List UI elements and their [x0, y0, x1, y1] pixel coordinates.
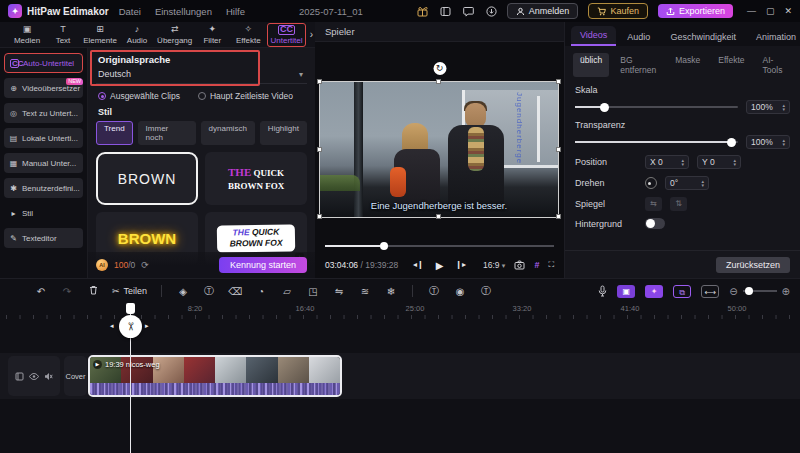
- subtab-ai-tools[interactable]: AI-Tools: [756, 53, 792, 77]
- playhead-handle[interactable]: [126, 303, 135, 314]
- stepper-icon[interactable]: ▴▾: [681, 158, 684, 166]
- link-clips-icon[interactable]: ⧉: [673, 285, 691, 298]
- next-frame-button[interactable]: ❙▸: [455, 260, 466, 271]
- tab-animation[interactable]: Animation: [747, 28, 800, 46]
- timeline-ruler[interactable]: 8:20 16:40 25:00 33:20 41:40 50:00: [0, 303, 800, 319]
- tab-elemente[interactable]: ⊞Elemente: [82, 24, 118, 46]
- scale-value-input[interactable]: 100%▴▾: [746, 100, 790, 114]
- pip-tool-icon[interactable]: ◳: [300, 286, 326, 297]
- stepper-icon[interactable]: ▴▾: [733, 158, 736, 166]
- freeze-frame-icon[interactable]: ❄: [378, 286, 404, 297]
- subtab-ueblich[interactable]: üblich: [573, 53, 609, 77]
- stepper-icon[interactable]: ▴▾: [701, 179, 704, 187]
- player-progress-slider[interactable]: [325, 245, 554, 247]
- add-subtitle-icon[interactable]: Ⓣ: [473, 284, 499, 298]
- zoom-in-icon[interactable]: ⊕: [782, 286, 790, 297]
- flip-horizontal-icon[interactable]: ⇆: [645, 197, 662, 211]
- sidebar-item-text-zu-untertitel[interactable]: ◎Text zu Untert...: [4, 103, 83, 123]
- sidebar-item-lokale-untertitel[interactable]: ▤Lokale Unterti...: [4, 128, 83, 148]
- sidebar-item-stil[interactable]: ▸Stil: [4, 203, 83, 223]
- opacity-value-input[interactable]: 100%▴▾: [746, 135, 790, 149]
- tab-effekte[interactable]: ✧Effekte: [231, 24, 265, 46]
- opacity-slider[interactable]: [575, 141, 738, 143]
- close-button[interactable]: ✕: [784, 6, 792, 16]
- nav-more-chevron-icon[interactable]: ›: [310, 29, 313, 40]
- selection-handle[interactable]: [436, 79, 441, 84]
- menu-datei[interactable]: Datei: [119, 6, 141, 17]
- minimize-button[interactable]: —: [747, 6, 756, 16]
- prev-frame-button[interactable]: ◂❙: [413, 260, 424, 271]
- tab-filter[interactable]: ✦Filter: [195, 24, 229, 46]
- reset-button[interactable]: Zurücksetzen: [716, 257, 790, 273]
- playhead-left-arrow-icon[interactable]: ◂: [110, 322, 114, 330]
- scale-slider-thumb[interactable]: [600, 103, 609, 112]
- tab-geschwindigkeit[interactable]: Geschwindigkeit: [661, 28, 745, 46]
- tab-videos[interactable]: Videos: [571, 26, 616, 46]
- stepper-icon[interactable]: ▴▾: [782, 103, 785, 111]
- video-clip[interactable]: ▶ 19:39 nicos-weg: [88, 355, 342, 397]
- feedback-icon[interactable]: [463, 6, 474, 17]
- selection-handle[interactable]: [556, 214, 561, 219]
- auto-beat-icon[interactable]: ✦: [645, 285, 663, 298]
- tab-untertitel[interactable]: CCUntertitel: [267, 23, 305, 47]
- playhead-split-button[interactable]: ✂: [119, 315, 142, 338]
- menu-einstellungen[interactable]: Einstellungen: [155, 6, 212, 17]
- record-voice-icon[interactable]: [598, 285, 607, 297]
- opacity-slider-thumb[interactable]: [727, 138, 736, 147]
- tab-medien[interactable]: ▣Medien: [10, 24, 44, 46]
- cover-button[interactable]: Cover: [64, 356, 87, 396]
- subtab-maske[interactable]: Maske: [668, 53, 707, 77]
- buy-button[interactable]: Kaufen: [588, 3, 648, 19]
- split-button[interactable]: ✂Teilen: [112, 286, 147, 296]
- style-preset-serif[interactable]: THE QUICK BROWN FOX: [205, 152, 307, 205]
- style-tab-dynamisch[interactable]: dynamisch: [201, 121, 255, 145]
- gift-icon[interactable]: [417, 6, 428, 17]
- timeline-zoom-slider[interactable]: [743, 290, 777, 292]
- crop-tool-icon[interactable]: ▱: [274, 286, 300, 297]
- download-icon[interactable]: [486, 6, 497, 17]
- rotate-value-input[interactable]: 0°▴▾: [665, 176, 709, 190]
- fit-timeline-icon[interactable]: ⟷: [701, 285, 719, 298]
- tab-text[interactable]: TText: [46, 24, 80, 46]
- undo-icon[interactable]: ↶: [28, 286, 54, 297]
- magnet-snap-icon[interactable]: ▣: [617, 285, 635, 298]
- fullscreen-icon[interactable]: ⛶: [548, 260, 554, 270]
- rotate-dial-icon[interactable]: [645, 177, 657, 189]
- radio-selected-clips[interactable]: Ausgewählte Clips: [98, 91, 180, 101]
- remove-gap-icon[interactable]: ⌫: [222, 286, 248, 297]
- export-button[interactable]: Exportieren: [658, 4, 733, 18]
- menu-hilfe[interactable]: Hilfe: [226, 6, 245, 17]
- sidebar-item-auto-untertitel[interactable]: CCAuto-Untertitel: [4, 53, 83, 73]
- speed-ramp-icon[interactable]: ≋: [352, 286, 378, 297]
- style-tab-immer-noch[interactable]: Immer noch: [138, 121, 196, 145]
- selection-handle[interactable]: [556, 147, 561, 152]
- rotate-handle-icon[interactable]: ↻: [433, 62, 446, 75]
- scale-slider[interactable]: [575, 106, 738, 108]
- video-preview[interactable]: Jugendherberge Eine Jugendherberge ist b…: [320, 82, 558, 217]
- tab-audio[interactable]: ♪Audio: [120, 24, 154, 46]
- aspect-ratio-select[interactable]: 16:9 ▾: [483, 260, 505, 270]
- style-tab-highlight[interactable]: Highlight: [260, 121, 307, 145]
- sidebar-item-videouebersetzer[interactable]: ⊕VideoübersetzerNEW: [4, 78, 83, 98]
- sidebar-item-manual-untertitel[interactable]: ▦Manual Unter...: [4, 153, 83, 173]
- mirror-tool-icon[interactable]: ⇋: [326, 286, 352, 297]
- selection-handle[interactable]: [436, 214, 441, 219]
- flip-vertical-icon[interactable]: ⇅: [670, 197, 687, 211]
- delete-icon[interactable]: [80, 285, 106, 297]
- style-tab-trend[interactable]: Trend: [96, 121, 133, 145]
- selection-handle[interactable]: [317, 79, 322, 84]
- selection-handle[interactable]: [317, 214, 322, 219]
- tab-uebergang[interactable]: ⇄Übergang: [156, 24, 193, 46]
- selection-handle[interactable]: [556, 79, 561, 84]
- layout-icon[interactable]: [440, 6, 451, 17]
- text-tool-icon[interactable]: Ⓣ: [196, 284, 222, 298]
- track-mute-icon[interactable]: [44, 372, 53, 381]
- video-subtitle-text[interactable]: Eine Jugendherberge ist besser.: [320, 200, 558, 211]
- maximize-button[interactable]: ▢: [766, 6, 775, 16]
- position-x-input[interactable]: X 0▴▾: [645, 155, 689, 169]
- zoom-slider-thumb[interactable]: [745, 287, 753, 295]
- selection-handle[interactable]: [317, 147, 322, 152]
- zoom-out-icon[interactable]: ⊖: [729, 286, 737, 297]
- subtab-effekte[interactable]: Effekte: [711, 53, 751, 77]
- subtab-bg-entfernen[interactable]: BG entfernen: [613, 53, 664, 77]
